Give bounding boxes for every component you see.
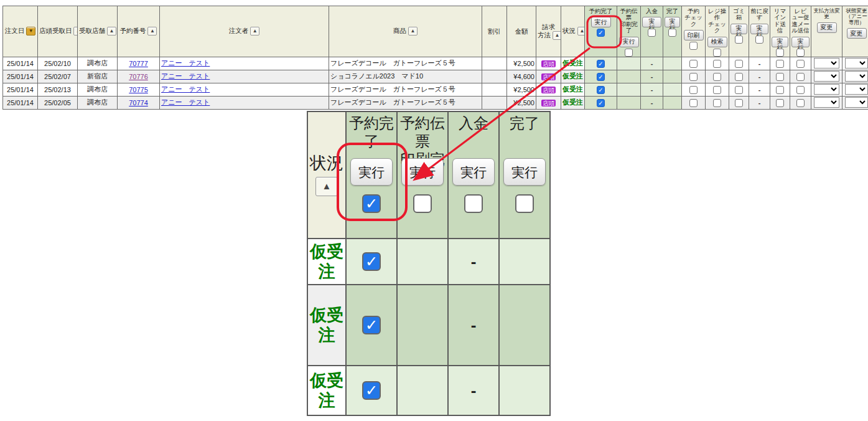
pay-method-select[interactable]: [814, 84, 839, 95]
complete-header-checkbox[interactable]: [668, 29, 676, 37]
slip-print-execute-button[interactable]: 実行: [619, 37, 639, 47]
register-check-checkbox[interactable]: [713, 99, 721, 107]
col-header-status-change: 状態変更（アニー専用） 変更: [842, 6, 868, 57]
remind-checkbox[interactable]: [776, 73, 784, 81]
review-mail-header-checkbox[interactable]: [796, 49, 805, 57]
payment-execute-button[interactable]: 実行: [642, 17, 661, 27]
col-header-billing: 請求 方法 ▲: [536, 6, 561, 57]
complete-execute-button[interactable]: 実行: [665, 17, 680, 27]
reserve-check-checkbox[interactable]: [689, 99, 698, 107]
remind-execute-button[interactable]: 実行: [772, 37, 788, 47]
revert-execute-button[interactable]: 実行: [750, 24, 768, 34]
reserved-checkbox[interactable]: [597, 86, 605, 94]
customer-link[interactable]: アニー テスト: [161, 59, 210, 67]
cell-complete: [663, 70, 682, 83]
sort-asc-icon[interactable]: ▲: [73, 27, 77, 35]
callout-slip-execute-button[interactable]: 実行: [401, 158, 444, 186]
sort-asc-icon[interactable]: ▲: [250, 27, 259, 35]
reservation-no-link[interactable]: 70776: [129, 73, 148, 80]
cell-store: 調布店: [78, 57, 118, 70]
callout-reserved-execute-button[interactable]: 実行: [350, 158, 393, 186]
reserve-check-print-button[interactable]: 印刷: [684, 30, 704, 40]
pay-method-select[interactable]: [814, 97, 839, 108]
col-header-product: 商品 ▲: [329, 6, 482, 57]
customer-link[interactable]: アニー テスト: [161, 72, 210, 80]
reservation-no-link[interactable]: 70777: [129, 60, 148, 67]
cell-register-check: [706, 83, 729, 96]
reserved-checkbox[interactable]: [597, 99, 605, 107]
col-header-payment: 入金 実行: [641, 6, 663, 57]
payment-header-checkbox[interactable]: [648, 29, 656, 37]
reserved-checkbox[interactable]: [597, 73, 605, 81]
status-change-select[interactable]: [845, 58, 868, 69]
reserved-header-checkbox[interactable]: [597, 29, 605, 37]
callout-row: 仮受注 -: [307, 366, 550, 415]
sort-asc-icon[interactable]: ▲: [107, 27, 116, 35]
register-check-search-button[interactable]: 検索: [707, 37, 727, 47]
status-change-select[interactable]: [845, 84, 868, 95]
cell-reservation-no: 70774: [118, 96, 160, 109]
callout-cell-payment: -: [448, 239, 499, 285]
reserve-check-checkbox[interactable]: [689, 73, 698, 81]
reserve-check-checkbox[interactable]: [689, 86, 698, 94]
reserve-check-checkbox[interactable]: [689, 60, 698, 68]
trash-header-checkbox[interactable]: [735, 35, 743, 44]
remind-checkbox[interactable]: [776, 99, 784, 107]
review-mail-checkbox[interactable]: [796, 86, 805, 94]
sort-asc-icon[interactable]: ▲: [408, 27, 418, 35]
trash-checkbox[interactable]: [735, 86, 743, 94]
cell-register-check: [706, 57, 729, 70]
remind-header-checkbox[interactable]: [776, 49, 784, 57]
trash-execute-button[interactable]: 実行: [730, 24, 747, 34]
revert-header-checkbox[interactable]: [755, 35, 763, 44]
cell-amount: ¥2,500: [507, 83, 536, 96]
review-mail-checkbox[interactable]: [796, 60, 805, 68]
status-change-select[interactable]: [845, 71, 868, 82]
reservation-no-link[interactable]: 70775: [129, 86, 148, 93]
reserved-checkbox[interactable]: [597, 60, 605, 68]
trash-checkbox[interactable]: [735, 99, 743, 107]
callout-complete-header-checkbox[interactable]: [515, 194, 534, 213]
callout-reserved-checkbox[interactable]: [362, 381, 381, 400]
callout-reserved-checkbox[interactable]: [362, 252, 381, 271]
callout-reserved-header-checkbox[interactable]: [362, 194, 381, 213]
register-check-header-checkbox[interactable]: [713, 49, 721, 57]
register-check-checkbox[interactable]: [713, 86, 721, 94]
callout-reserved-checkbox[interactable]: [362, 316, 381, 334]
cell-revert: -: [749, 57, 770, 70]
reserve-check-header-checkbox[interactable]: [689, 42, 698, 50]
register-check-checkbox[interactable]: [713, 73, 721, 81]
col-label-slip-line2: 印刷完了: [620, 21, 638, 34]
cell-amount: ¥2,500: [507, 96, 536, 109]
pay-method-select[interactable]: [814, 71, 839, 82]
callout-slip-header-checkbox[interactable]: [413, 194, 432, 213]
pay-method-select[interactable]: [814, 58, 839, 69]
register-check-checkbox[interactable]: [713, 60, 721, 68]
sort-asc-icon[interactable]: ▲: [553, 31, 561, 40]
callout-complete-execute-button[interactable]: 実行: [503, 158, 546, 186]
status-change-button[interactable]: 変更: [847, 28, 867, 39]
customer-link[interactable]: アニー テスト: [161, 98, 210, 106]
callout-col-header-status: 状況 ▲: [307, 111, 346, 239]
review-mail-checkbox[interactable]: [796, 99, 805, 107]
reservation-no-link[interactable]: 70774: [129, 99, 148, 106]
review-mail-execute-button[interactable]: 実行: [791, 37, 810, 47]
slip-print-header-checkbox[interactable]: [625, 49, 633, 57]
sort-desc-icon[interactable]: ▼: [26, 27, 35, 35]
sort-asc-icon[interactable]: ▲: [315, 177, 338, 196]
review-mail-checkbox[interactable]: [796, 73, 805, 81]
cell-billing: 店頭: [536, 70, 561, 83]
trash-checkbox[interactable]: [735, 73, 743, 81]
col-header-order-date: 注文日 ▼: [3, 6, 38, 57]
pay-method-change-button[interactable]: 変更: [817, 22, 837, 33]
sort-asc-icon[interactable]: ▲: [147, 27, 157, 35]
trash-checkbox[interactable]: [735, 60, 743, 68]
remind-checkbox[interactable]: [776, 60, 784, 68]
callout-payment-header-checkbox[interactable]: [464, 194, 483, 213]
callout-payment-execute-button[interactable]: 実行: [452, 158, 495, 186]
sort-asc-icon[interactable]: ▲: [577, 27, 585, 35]
remind-checkbox[interactable]: [776, 86, 784, 94]
reserved-execute-button[interactable]: 実行: [591, 17, 611, 27]
status-change-select[interactable]: [845, 97, 868, 108]
customer-link[interactable]: アニー テスト: [161, 85, 210, 93]
